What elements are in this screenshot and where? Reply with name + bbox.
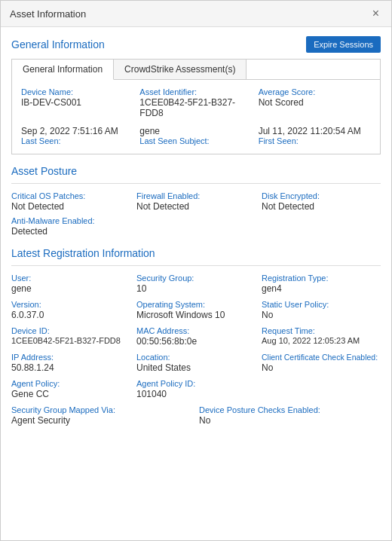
- asset-id-field: Asset Identifier: 1CEE0B42-5F21-B327-FDD…: [139, 87, 252, 118]
- request-time-value: Aug 10, 2022 12:05:23 AM: [262, 336, 381, 345]
- avg-score-field: Average Score: Not Scored: [259, 87, 371, 118]
- posture-divider: [11, 183, 381, 184]
- reg-grid-row1: User: gene Security Group: 10 Registrati…: [11, 274, 381, 294]
- user-value: gene: [11, 283, 130, 294]
- device-id-value: 1CEE0B42-5F21-B327-FDD8: [11, 336, 130, 345]
- posture-grid: Critical OS Patches: Not Detected Firewa…: [11, 191, 381, 212]
- general-info-title: General Information: [11, 38, 105, 50]
- location-value: United States: [136, 362, 256, 373]
- critical-os-label: Critical OS Patches:: [11, 191, 130, 200]
- first-seen-field: Jul 11, 2022 11:20:54 AM First Seen:: [259, 126, 371, 146]
- security-group-value: 10: [136, 283, 256, 294]
- disk-encrypted-value: Not Detected: [262, 201, 381, 212]
- asset-posture-section: Asset Posture Critical OS Patches: Not D…: [11, 165, 381, 237]
- first-seen-label: First Seen:: [259, 136, 371, 145]
- device-id-field: Device ID: 1CEE0B42-5F21-B327-FDD8: [11, 326, 130, 347]
- asset-posture-title: Asset Posture: [11, 165, 77, 177]
- firewall-field: Firewall Enabled: Not Detected: [136, 191, 256, 212]
- sg-mapped-value: Agent Security: [11, 415, 193, 426]
- tab-bar: General Information CrowdStrike Assessme…: [11, 59, 381, 79]
- registration-header: Latest Registration Information: [11, 247, 381, 259]
- tab-crowdstrike-assessment[interactable]: CrowdStrike Assessment(s): [114, 60, 247, 79]
- modal-title: Asset Information: [10, 8, 86, 20]
- reg-grid-row4: IP Address: 50.88.1.24 Location: United …: [11, 353, 381, 373]
- antimalware-field: Anti-Malware Enabled: Detected: [11, 216, 381, 237]
- device-posture-label: Device Posture Checks Enabled:: [199, 405, 381, 414]
- mac-address-field: MAC Address: 00:50:56:8b:0e: [136, 326, 256, 347]
- mac-address-value: 00:50:56:8b:0e: [136, 336, 256, 347]
- close-button[interactable]: ×: [369, 7, 382, 20]
- location-field: Location: United States: [136, 353, 256, 373]
- asset-id-label: Asset Identifier:: [139, 87, 252, 96]
- firewall-label: Firewall Enabled:: [136, 191, 256, 200]
- disk-encrypted-field: Disk Encrypted: Not Detected: [262, 191, 381, 212]
- firewall-value: Not Detected: [136, 201, 256, 212]
- reg-type-value: gen4: [262, 283, 381, 294]
- device-name-field: Device Name: IB-DEV-CS001: [21, 87, 133, 118]
- antimalware-label: Anti-Malware Enabled:: [11, 216, 381, 225]
- general-info-box: Device Name: IB-DEV-CS001 Asset Identifi…: [11, 79, 381, 154]
- static-user-value: No: [262, 310, 381, 320]
- disk-encrypted-label: Disk Encrypted:: [262, 191, 381, 200]
- last-seen-subject-label: Last Seen Subject:: [139, 136, 252, 145]
- antimalware-value: Detected: [11, 226, 381, 237]
- reg-grid-row5: Agent Policy: Gene CC Agent Policy ID: 1…: [11, 379, 381, 399]
- client-cert-label: Client Certificate Check Enabled:: [262, 353, 381, 362]
- device-posture-field: Device Posture Checks Enabled: No: [199, 405, 381, 426]
- agent-policy-id-label: Agent Policy ID:: [136, 379, 256, 388]
- mac-address-label: MAC Address:: [136, 326, 256, 335]
- agent-policy-label: Agent Policy:: [11, 379, 130, 388]
- request-time-label: Request Time:: [262, 326, 381, 335]
- general-info-header: General Information Expire Sessions: [11, 36, 381, 53]
- registration-section: Latest Registration Information User: ge…: [11, 247, 381, 426]
- tab-general-information[interactable]: General Information: [12, 60, 114, 80]
- asset-info-modal: Asset Information × General Information …: [0, 0, 392, 541]
- request-time-field: Request Time: Aug 10, 2022 12:05:23 AM: [262, 326, 381, 347]
- version-value: 6.0.37.0: [11, 310, 130, 320]
- client-cert-value: No: [262, 362, 381, 373]
- user-field: User: gene: [11, 274, 130, 294]
- modal-header: Asset Information ×: [1, 1, 391, 27]
- sg-mapped-field: Security Group Mapped Via: Agent Securit…: [11, 405, 193, 426]
- device-id-label: Device ID:: [11, 326, 130, 335]
- agent-policy-value: Gene CC: [11, 389, 130, 399]
- agent-policy-id-field: Agent Policy ID: 101040: [136, 379, 256, 399]
- location-label: Location:: [136, 353, 256, 362]
- avg-score-label: Average Score:: [259, 87, 371, 96]
- ip-address-value: 50.88.1.24: [11, 362, 130, 373]
- last-seen-subject-field: gene Last Seen Subject:: [139, 126, 252, 146]
- asset-posture-header: Asset Posture: [11, 165, 381, 177]
- version-field: Version: 6.0.37.0: [11, 300, 130, 320]
- sg-mapped-label: Security Group Mapped Via:: [11, 405, 193, 414]
- last-seen-subject-value: gene: [139, 126, 252, 136]
- reg-grid-row3: Device ID: 1CEE0B42-5F21-B327-FDD8 MAC A…: [11, 326, 381, 347]
- reg-grid-row2: Version: 6.0.37.0 Operating System: Micr…: [11, 300, 381, 320]
- first-seen-value: Jul 11, 2022 11:20:54 AM: [259, 126, 371, 136]
- agent-policy-field: Agent Policy: Gene CC: [11, 379, 130, 399]
- expire-sessions-button[interactable]: Expire Sessions: [306, 36, 381, 53]
- device-name-value: IB-DEV-CS001: [21, 97, 133, 108]
- avg-score-value: Not Scored: [259, 97, 371, 108]
- critical-os-field: Critical OS Patches: Not Detected: [11, 191, 130, 212]
- static-user-label: Static User Policy:: [262, 300, 381, 309]
- ip-address-field: IP Address: 50.88.1.24: [11, 353, 130, 373]
- os-label: Operating System:: [136, 300, 256, 309]
- last-seen-label: Last Seen:: [21, 136, 133, 145]
- os-value: Microsoft Windows 10: [136, 310, 256, 320]
- registration-title: Latest Registration Information: [11, 247, 155, 259]
- general-info-grid-bottom: Sep 2, 2022 7:51:16 AM Last Seen: gene L…: [21, 126, 371, 146]
- modal-body: General Information Expire Sessions Gene…: [1, 27, 391, 435]
- registration-divider: [11, 265, 381, 266]
- last-seen-value: Sep 2, 2022 7:51:16 AM: [21, 126, 133, 136]
- security-group-label: Security Group:: [136, 274, 256, 283]
- general-info-grid-top: Device Name: IB-DEV-CS001 Asset Identifi…: [21, 87, 371, 118]
- static-user-field: Static User Policy: No: [262, 300, 381, 320]
- reg-grid-row6: Security Group Mapped Via: Agent Securit…: [11, 405, 381, 426]
- security-group-field: Security Group: 10: [136, 274, 256, 294]
- device-posture-value: No: [199, 415, 381, 426]
- ip-address-label: IP Address:: [11, 353, 130, 362]
- last-seen-field: Sep 2, 2022 7:51:16 AM Last Seen:: [21, 126, 133, 146]
- reg-type-label: Registration Type:: [262, 274, 381, 283]
- os-field: Operating System: Microsoft Windows 10: [136, 300, 256, 320]
- agent-policy-id-value: 101040: [136, 389, 256, 399]
